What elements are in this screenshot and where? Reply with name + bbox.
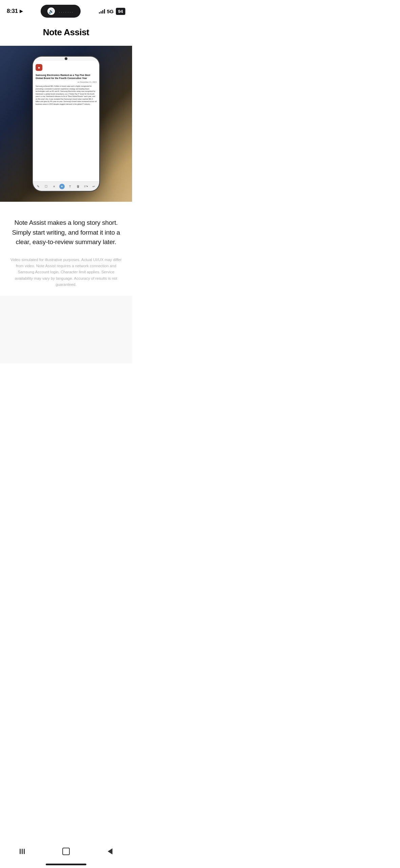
hero-image: Samsung Electronics Ranked as a Top Five…	[0, 46, 132, 202]
dots: .......	[59, 9, 74, 14]
phone-top-bar	[33, 57, 99, 61]
time: 8:31	[7, 8, 18, 15]
phone-toolbar: ✎ ☐ ≡ ✦ T 🗑 17▾ ↩	[33, 181, 99, 191]
toolbar-text-icon[interactable]: T	[67, 184, 73, 189]
toolbar-checkbox-icon[interactable]: ☐	[43, 184, 49, 189]
toolbar-list-icon[interactable]: ≡	[51, 184, 57, 189]
toolbar-number-icon[interactable]: 17▾	[83, 184, 89, 189]
signal-bars	[99, 9, 105, 14]
article-body: Samsung achieved $91.4 billion in brand …	[36, 85, 97, 105]
status-right: 5G 94	[99, 8, 125, 15]
article-title: Samsung Electronics Ranked as a Top Five…	[36, 74, 97, 80]
speaker-icon	[47, 7, 55, 15]
article-date: on November 21, 2023	[36, 81, 97, 83]
disclaimer-text: Video simulated for illustrative purpose…	[10, 257, 122, 288]
battery-indicator: 94	[116, 8, 125, 15]
samsung-logo	[36, 64, 42, 71]
phone-mockup: Samsung Electronics Ranked as a Top Five…	[32, 56, 100, 192]
toolbar-pen-icon[interactable]: ✎	[36, 184, 41, 189]
main-description: Note Assist makes a long story short. Si…	[10, 218, 122, 247]
time-display: 8:31 ▶	[7, 8, 23, 15]
phone-camera-dot	[65, 57, 67, 60]
location-arrow-icon: ▶	[20, 9, 23, 14]
toolbar-delete-icon[interactable]: 🗑	[75, 184, 81, 189]
phone-screen: Samsung Electronics Ranked as a Top Five…	[33, 61, 99, 181]
toolbar-assist-icon[interactable]: ✦	[59, 184, 65, 189]
page-title: Note Assist	[0, 20, 132, 46]
bottom-spacer	[0, 296, 132, 363]
status-bar: 8:31 ▶ ....... 5G 94	[0, 0, 132, 20]
dynamic-island: .......	[41, 5, 81, 18]
content-section: Note Assist makes a long story short. Si…	[0, 202, 132, 296]
phone-screen-header	[36, 64, 97, 71]
network-label: 5G	[107, 8, 114, 14]
toolbar-undo-icon[interactable]: ↩	[91, 184, 97, 189]
